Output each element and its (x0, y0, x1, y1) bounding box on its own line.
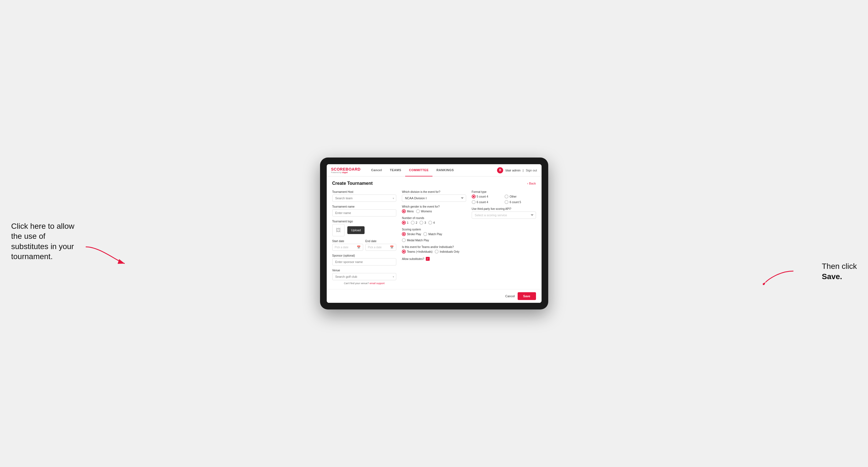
venue-input[interactable] (332, 273, 397, 280)
individuals-only[interactable]: Individuals Only (435, 250, 460, 253)
rounds-4-radio[interactable] (428, 221, 432, 225)
end-date-input[interactable]: Pick a date 📅 (365, 244, 396, 251)
host-group: Tournament Host ▾ (332, 190, 397, 202)
cancel-button[interactable]: Cancel (505, 294, 515, 298)
rounds-2-label: 2 (416, 221, 417, 224)
format-label: Format type (472, 190, 536, 193)
logo-upload-area: 🖼 Upload (332, 224, 397, 236)
name-input[interactable] (332, 209, 397, 217)
navbar: SCOREBOARD Powered by clippd Cancel TEAM… (327, 164, 541, 177)
scoring-api-label: Use third-party live scoring API? (472, 207, 536, 210)
host-dropdown-icon: ▾ (393, 197, 394, 200)
individuals-only-radio[interactable] (435, 250, 439, 253)
scoring-match[interactable]: Match Play (423, 232, 442, 236)
gender-mens[interactable]: Mens (402, 209, 413, 213)
back-link[interactable]: ‹ Back (527, 182, 536, 185)
save-button[interactable]: Save (518, 292, 536, 300)
start-date-input[interactable]: Pick a date 📅 (332, 244, 363, 251)
rounds-4[interactable]: 4 (428, 221, 435, 225)
rounds-1[interactable]: 1 (402, 221, 408, 225)
substitutes-checkbox[interactable]: ✓ (426, 257, 430, 261)
gender-womens[interactable]: Womens (416, 209, 432, 213)
rounds-group: Number of rounds 1 2 (402, 217, 466, 225)
nav-committee[interactable]: COMMITTEE (405, 164, 433, 177)
format-other[interactable]: Other (504, 194, 536, 198)
gender-womens-label: Womens (421, 210, 432, 213)
gender-group: Which gender is the event for? Mens Wome… (402, 205, 466, 213)
page-wrapper: Click here to allow the use of substitut… (11, 158, 857, 309)
sponsor-label: Sponsor (optional) (332, 254, 397, 257)
email-support-link[interactable]: email support (370, 282, 384, 285)
end-date-placeholder: Pick a date (368, 246, 389, 249)
division-select[interactable]: NCAA Division I (402, 194, 466, 202)
format-6count4-label: 6 count 4 (477, 201, 488, 204)
rounds-3-label: 3 (425, 221, 426, 224)
scoring-match-label: Match Play (428, 233, 442, 236)
format-5count4[interactable]: 5 count 4 (472, 194, 503, 198)
format-6count4[interactable]: 6 count 4 (472, 200, 503, 204)
nav-tournaments[interactable]: Cancel (367, 164, 386, 177)
format-5count4-radio[interactable] (472, 194, 475, 198)
gender-womens-radio[interactable] (416, 209, 420, 213)
host-input[interactable] (332, 194, 397, 202)
nav-teams[interactable]: TEAMS (386, 164, 405, 177)
logo-group: Tournament logo 🖼 Upload (332, 220, 397, 236)
rounds-label: Number of rounds (402, 217, 466, 220)
nav-right: B blair admin | Sign out (497, 167, 537, 174)
rounds-3-radio[interactable] (420, 221, 423, 225)
logo-placeholder-box: 🖼 (332, 224, 344, 236)
start-date-label: Start date (332, 240, 363, 243)
name-group: Tournament name (332, 205, 397, 217)
scoring-api-select[interactable]: Select a scoring service (472, 212, 536, 219)
scoring-radio-row: Stroke Play Match Play Medal Match Play (402, 232, 466, 242)
signout-link[interactable]: Sign out (526, 169, 537, 172)
logo-label: Tournament logo (332, 220, 397, 223)
dates-group: Start date Pick a date 📅 End date (332, 240, 397, 251)
format-6count5-radio[interactable] (504, 200, 508, 204)
teams-plus-radio[interactable] (402, 250, 406, 253)
scoring-match-radio[interactable] (423, 232, 427, 236)
teams-radio-row: Teams (+Individuals) Individuals Only (402, 250, 466, 253)
nav-logo-scoreboard: SCOREBOARD (331, 167, 361, 172)
sponsor-input[interactable] (332, 258, 397, 266)
left-arrow-icon (83, 244, 127, 266)
date-row: Start date Pick a date 📅 End date (332, 240, 397, 251)
format-other-radio[interactable] (504, 194, 508, 198)
end-date-group: End date Pick a date 📅 (365, 240, 396, 251)
teams-plus-label: Teams (+Individuals) (407, 250, 432, 253)
rounds-radio-row: 1 2 3 (402, 221, 466, 225)
rounds-2-radio[interactable] (411, 221, 415, 225)
substitutes-group: Allow substitutes? ✓ (402, 257, 466, 261)
form-grid: Tournament Host ▾ Tournament name Tourna (332, 190, 536, 285)
upload-button[interactable]: Upload (347, 226, 365, 234)
scoring-stroke-radio[interactable] (402, 232, 406, 236)
division-label: Which division is the event for? (402, 190, 466, 193)
teams-label: Is this event for Teams and/or Individua… (402, 246, 466, 249)
scoring-medal-radio[interactable] (402, 238, 406, 242)
venue-help: Can't find your venue? email support (332, 282, 397, 285)
form-col-left: Tournament Host ▾ Tournament name Tourna (332, 190, 397, 285)
teams-plus[interactable]: Teams (+Individuals) (402, 250, 432, 253)
division-group: Which division is the event for? NCAA Di… (402, 190, 466, 202)
rounds-2[interactable]: 2 (411, 221, 417, 225)
save-bold-text: Save. (822, 272, 842, 281)
avatar: B (497, 167, 503, 174)
format-6count5[interactable]: 6 count 5 (504, 200, 536, 204)
image-icon: 🖼 (336, 227, 341, 233)
format-5count4-label: 5 count 4 (477, 195, 488, 198)
nav-rankings[interactable]: RANKINGS (432, 164, 458, 177)
nav-logo-powered: Powered by clippd (331, 172, 361, 174)
scoring-stroke-label: Stroke Play (407, 233, 421, 236)
scoring-medal[interactable]: Medal Match Play (402, 238, 429, 242)
page-content: Create Tournament ‹ Back Tournament Host… (327, 177, 541, 289)
rounds-1-radio[interactable] (402, 221, 406, 225)
gender-mens-radio[interactable] (402, 209, 406, 213)
rounds-1-label: 1 (407, 221, 408, 224)
scoring-stroke[interactable]: Stroke Play (402, 232, 421, 236)
substitutes-checkbox-item[interactable]: Allow substitutes? ✓ (402, 257, 466, 261)
format-6count4-radio[interactable] (472, 200, 475, 204)
gender-label: Which gender is the event for? (402, 205, 466, 208)
right-annotation: Then click Save. (822, 261, 857, 282)
format-group: Format type 5 count 4 Other (472, 190, 536, 204)
rounds-3[interactable]: 3 (420, 221, 426, 225)
